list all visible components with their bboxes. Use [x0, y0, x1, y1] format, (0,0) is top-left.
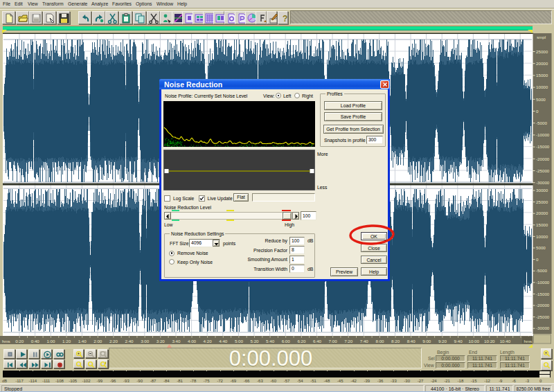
- svg-text:10:40: 10:40: [500, 339, 511, 344]
- svg-text:-25000: -25000: [536, 168, 550, 173]
- svg-text:5:00: 5:00: [235, 339, 244, 344]
- svg-text:10:20: 10:20: [484, 339, 495, 344]
- svg-text:smpl: smpl: [537, 35, 546, 39]
- svg-text:-20000: -20000: [536, 303, 550, 308]
- svg-text:hms: hms: [524, 339, 533, 344]
- svg-text:2:00: 2:00: [93, 339, 102, 344]
- svg-text:7:20: 7:20: [344, 339, 353, 344]
- svg-text:8:40: 8:40: [407, 339, 416, 344]
- svg-text:30000: 30000: [536, 188, 548, 193]
- svg-text:10000: 10000: [536, 234, 548, 239]
- svg-text:3:20: 3:20: [157, 339, 166, 344]
- svg-text:4:00: 4:00: [188, 339, 197, 344]
- svg-text:-30000: -30000: [536, 180, 550, 185]
- svg-text:9:40: 9:40: [454, 339, 463, 344]
- svg-text:7:00: 7:00: [329, 339, 338, 344]
- svg-text:20000: 20000: [536, 61, 548, 66]
- svg-text:9:20: 9:20: [438, 339, 447, 344]
- svg-text:9:00: 9:00: [422, 339, 431, 344]
- svg-text:5:20: 5:20: [250, 339, 259, 344]
- svg-text:1:40: 1:40: [78, 339, 87, 344]
- svg-text:0: 0: [536, 257, 539, 262]
- svg-text:5000: 5000: [536, 245, 546, 250]
- svg-text:7:40: 7:40: [360, 339, 369, 344]
- svg-text:6:00: 6:00: [282, 339, 291, 344]
- svg-text:10000: 10000: [536, 84, 548, 89]
- svg-text:3:00: 3:00: [141, 339, 150, 344]
- svg-text:-15000: -15000: [536, 144, 550, 149]
- svg-text:1:00: 1:00: [46, 339, 55, 344]
- svg-text:-5000: -5000: [536, 121, 547, 125]
- svg-text:20000: 20000: [536, 211, 548, 215]
- svg-text:5:40: 5:40: [266, 339, 275, 344]
- svg-text:3:40: 3:40: [172, 339, 181, 344]
- svg-text:25000: 25000: [536, 49, 548, 54]
- svg-text:25000: 25000: [536, 199, 548, 204]
- svg-text:-25000: -25000: [536, 314, 550, 319]
- svg-text:4:20: 4:20: [204, 339, 213, 344]
- svg-text:-10000: -10000: [536, 132, 550, 137]
- svg-text:8:20: 8:20: [391, 339, 400, 344]
- svg-text:10:00: 10:00: [468, 339, 479, 344]
- svg-text:0:20: 0:20: [15, 339, 24, 344]
- svg-text:2:40: 2:40: [125, 339, 134, 344]
- svg-text:4:40: 4:40: [219, 339, 228, 344]
- svg-text:15000: 15000: [536, 222, 548, 227]
- svg-text:2:20: 2:20: [109, 339, 118, 344]
- svg-text:6:40: 6:40: [313, 339, 322, 344]
- svg-text:0: 0: [536, 109, 539, 114]
- svg-text:1:20: 1:20: [62, 339, 71, 344]
- svg-text:-5000: -5000: [536, 268, 547, 273]
- svg-text:hms: hms: [2, 339, 10, 344]
- svg-text:8:00: 8:00: [375, 339, 384, 344]
- svg-text:-20000: -20000: [536, 157, 550, 161]
- svg-text:-10000: -10000: [536, 280, 550, 285]
- svg-text:0:40: 0:40: [31, 339, 40, 344]
- svg-text:5000: 5000: [536, 97, 546, 102]
- svg-text:15000: 15000: [536, 73, 548, 78]
- svg-text:6:20: 6:20: [297, 339, 306, 344]
- svg-text:?: ?: [283, 14, 287, 24]
- svg-text:-15000: -15000: [536, 292, 550, 296]
- svg-text:-30000: -30000: [536, 326, 550, 330]
